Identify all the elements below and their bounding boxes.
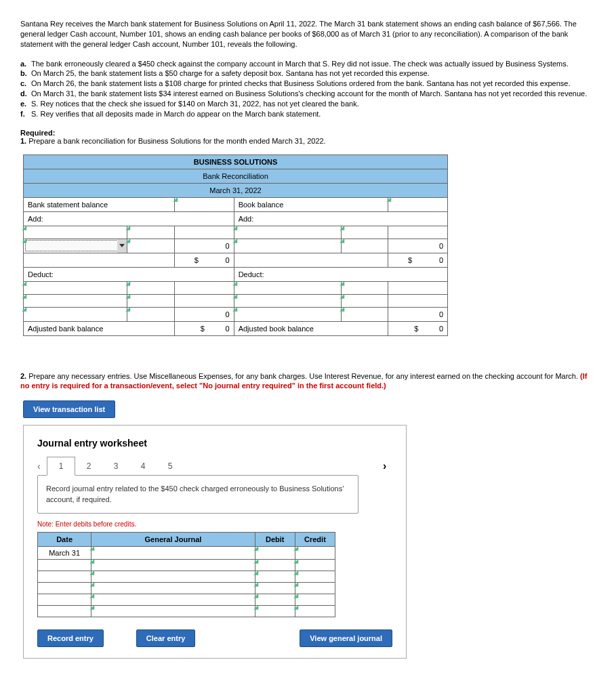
view-transaction-list-button[interactable]: View transaction list <box>23 400 115 418</box>
je-credit-5[interactable] <box>295 594 335 606</box>
journal-tab-5[interactable]: 5 <box>157 457 184 475</box>
item-label: e. <box>20 99 31 109</box>
deduct-label-bank: Deduct: <box>24 267 234 281</box>
bank-subtotal: $ 0 <box>174 253 234 267</box>
je-debit-6[interactable] <box>255 606 295 617</box>
bank-add-amt-2[interactable] <box>127 239 174 253</box>
clear-entry-button[interactable]: Clear entry <box>136 629 195 647</box>
col-date: Date <box>38 533 91 547</box>
je-date: March 31 <box>38 547 91 560</box>
bank-add-tot-1[interactable] <box>174 226 234 239</box>
je-debit-2[interactable] <box>255 560 295 571</box>
chevron-left-icon[interactable]: ‹ <box>37 461 47 472</box>
bank-ded-amt-1[interactable] <box>127 281 174 294</box>
book-balance-label: Book balance <box>234 197 388 211</box>
item-label: f. <box>20 109 31 119</box>
bank-balance-label: Bank statement balance <box>24 197 175 211</box>
bank-add-desc-2[interactable] <box>24 239 127 253</box>
book-ded-desc-3[interactable] <box>234 307 341 321</box>
bank-ded-tot-2[interactable] <box>174 294 234 307</box>
journal-tab-2[interactable]: 2 <box>75 457 102 475</box>
je-debit-4[interactable] <box>255 583 295 594</box>
je-credit-4[interactable] <box>295 583 335 594</box>
je-account-6[interactable] <box>91 606 255 617</box>
book-add-amt-2[interactable] <box>341 239 388 253</box>
je-date-blank <box>38 571 91 583</box>
bank-add-amt-1[interactable] <box>127 226 174 239</box>
book-ded-desc-2[interactable] <box>234 294 341 307</box>
bank-ded-desc-3[interactable] <box>24 307 127 321</box>
book-add-tot-2: 0 <box>388 239 447 253</box>
je-account-5[interactable] <box>91 594 255 606</box>
req2-num: 2. <box>20 372 26 380</box>
journal-tab-4[interactable]: 4 <box>129 457 157 475</box>
je-credit-2[interactable] <box>295 560 335 571</box>
je-debit-3[interactable] <box>255 571 295 583</box>
journal-heading: Journal entry worksheet <box>37 438 392 449</box>
journal-table: Date General Journal Debit Credit March … <box>37 532 335 617</box>
record-entry-button[interactable]: Record entry <box>37 629 104 647</box>
book-balance-input[interactable] <box>388 197 447 211</box>
bank-ded-amt-2[interactable] <box>127 294 174 307</box>
journal-pager: ‹ 1 2 3 4 5 › <box>37 457 392 476</box>
book-add-tot-1[interactable] <box>388 226 447 239</box>
book-ded-desc-1[interactable] <box>234 281 341 294</box>
col-credit: Credit <box>295 533 335 547</box>
book-add-desc-2[interactable] <box>234 239 341 253</box>
item-text: S. Rey verifies that all deposits made i… <box>31 109 596 119</box>
je-account-2[interactable] <box>91 560 255 571</box>
item-b: b.On March 25, the bank statement lists … <box>20 68 596 79</box>
add-label-bank: Add: <box>24 211 234 226</box>
item-text: On March 25, the bank statement lists a … <box>31 68 596 79</box>
items-list: a.The bank erroneously cleared a $450 ch… <box>20 59 596 119</box>
adj-book-total: $ 0 <box>388 321 447 335</box>
je-date-blank <box>38 606 91 617</box>
bank-ded-amt-3[interactable] <box>127 307 174 321</box>
je-account-1[interactable] <box>91 547 255 560</box>
item-label: a. <box>20 59 31 69</box>
book-ded-tot-1[interactable] <box>388 281 447 294</box>
item-text: On March 31, the bank statement lists $3… <box>31 89 596 99</box>
required-heading: Required: <box>20 129 596 137</box>
je-credit-3[interactable] <box>295 571 335 583</box>
book-ded-amt-2[interactable] <box>341 294 388 307</box>
bank-add-desc-1[interactable] <box>24 226 127 239</box>
item-label: d. <box>20 89 31 99</box>
bank-balance-input[interactable] <box>174 197 234 211</box>
item-c: c.On March 26, the bank statement lists … <box>20 79 596 89</box>
deduct-label-book: Deduct: <box>234 267 447 281</box>
book-add-desc-1[interactable] <box>234 226 341 239</box>
je-account-3[interactable] <box>91 571 255 583</box>
journal-tab-3[interactable]: 3 <box>102 457 129 475</box>
requirement-2: 2. Prepare any necessary entries. Use Mi… <box>20 371 596 392</box>
book-sub-blank <box>234 253 388 267</box>
book-ded-tot-2[interactable] <box>388 294 447 307</box>
je-credit-6[interactable] <box>295 606 335 617</box>
book-add-amt-1[interactable] <box>341 226 388 239</box>
item-e: e.S. Rey notices that the check she issu… <box>20 99 596 109</box>
intro-paragraph: Santana Rey receives the March bank stat… <box>20 19 596 49</box>
book-ded-amt-1[interactable] <box>341 281 388 294</box>
book-ded-amt-3[interactable] <box>341 307 388 321</box>
chevron-right-icon[interactable]: › <box>383 460 392 472</box>
je-date-blank <box>38 594 91 606</box>
bank-ded-tot-3: 0 <box>174 307 234 321</box>
item-a: a.The bank erroneously cleared a $450 ch… <box>20 59 596 69</box>
bank-ded-desc-2[interactable] <box>24 294 127 307</box>
je-debit-5[interactable] <box>255 594 295 606</box>
journal-note: Note: Enter debits before credits. <box>37 520 392 528</box>
je-debit-1[interactable] <box>255 547 295 560</box>
chevron-down-icon[interactable] <box>117 239 127 253</box>
book-ded-tot-3: 0 <box>388 307 447 321</box>
je-credit-1[interactable] <box>295 547 335 560</box>
bank-sub-blank <box>24 253 175 267</box>
item-f: f.S. Rey verifies that all deposits made… <box>20 109 596 119</box>
journal-tab-1[interactable]: 1 <box>47 457 75 476</box>
je-account-4[interactable] <box>91 583 255 594</box>
col-general-journal: General Journal <box>91 533 255 547</box>
bank-ded-tot-1[interactable] <box>174 281 234 294</box>
bank-ded-desc-1[interactable] <box>24 281 127 294</box>
item-text: The bank erroneously cleared a $450 chec… <box>31 59 596 69</box>
view-general-journal-button[interactable]: View general journal <box>300 629 392 647</box>
adj-book-label: Adjusted book balance <box>234 321 388 335</box>
